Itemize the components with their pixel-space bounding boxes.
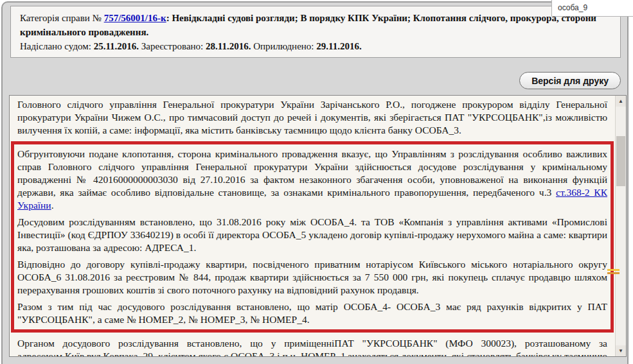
registered-label: Зареєстровано: bbox=[141, 41, 203, 51]
marker-bar-top bbox=[607, 269, 620, 271]
scroll-up-button[interactable]: ▲ bbox=[616, 96, 626, 107]
case-header: Категорія справи № 757/56001/16-к: Невід… bbox=[10, 6, 621, 58]
paragraph-text: . bbox=[51, 200, 54, 211]
scroll-up-icon: ▲ bbox=[618, 98, 623, 104]
paragraph: Головного слідчого управління Генерально… bbox=[17, 98, 607, 137]
document-text: Головного слідчого управління Генерально… bbox=[10, 96, 615, 356]
scroll-down-button[interactable]: ▼ bbox=[616, 345, 626, 356]
paragraph-text: Обгрунтовуючи подане клопотання, сторона… bbox=[17, 148, 607, 198]
scroll-highlight-marker bbox=[607, 269, 620, 275]
page: Категорія справи № 757/56001/16-к: Невід… bbox=[0, 0, 633, 364]
paragraph: Разом з тим під час досудового розслідув… bbox=[17, 300, 607, 326]
scrollbar-thumb[interactable] bbox=[616, 136, 625, 186]
highlight-box: Обгрунтовуючи подане клопотання, сторона… bbox=[11, 141, 614, 333]
paragraph: Органом досудового розслідування встанов… bbox=[17, 337, 607, 356]
sent-date: 25.11.2016. bbox=[94, 41, 139, 51]
paragraph: Відповідно до договору купівлі-продажу к… bbox=[17, 258, 607, 297]
sent-label: Надіслано судом: bbox=[20, 41, 91, 51]
published-label: Оприлюднено: bbox=[253, 41, 314, 51]
vertical-scrollbar[interactable]: ▲ ▼ bbox=[615, 96, 626, 356]
case-dates-line: Надіслано судом: 25.11.2016. Зареєстрова… bbox=[20, 39, 611, 53]
marker-bar-bottom bbox=[607, 272, 620, 274]
category-label: Категорія справи № bbox=[20, 13, 102, 23]
scroll-down-icon: ▼ bbox=[618, 348, 623, 354]
registered-date: 28.11.2016. bbox=[206, 41, 251, 51]
document-text-area[interactable]: Головного слідчого управління Генерально… bbox=[9, 95, 627, 357]
case-category-line: Категорія справи № 757/56001/16-к: Невід… bbox=[20, 11, 611, 39]
paragraph: Досудовим розслідуванням встановлено, що… bbox=[17, 216, 607, 254]
case-number-link[interactable]: 757/56001/16-к bbox=[104, 13, 166, 23]
published-date: 29.11.2016. bbox=[316, 41, 361, 51]
document-panel: Категорія справи № 757/56001/16-к: Невід… bbox=[1, 1, 629, 364]
paragraph: Обгрунтовуючи подане клопотання, сторона… bbox=[17, 148, 607, 212]
autocomplete-suggestion[interactable]: особа_9 bbox=[551, 0, 633, 17]
print-version-button[interactable]: Версія для друку bbox=[519, 72, 621, 89]
